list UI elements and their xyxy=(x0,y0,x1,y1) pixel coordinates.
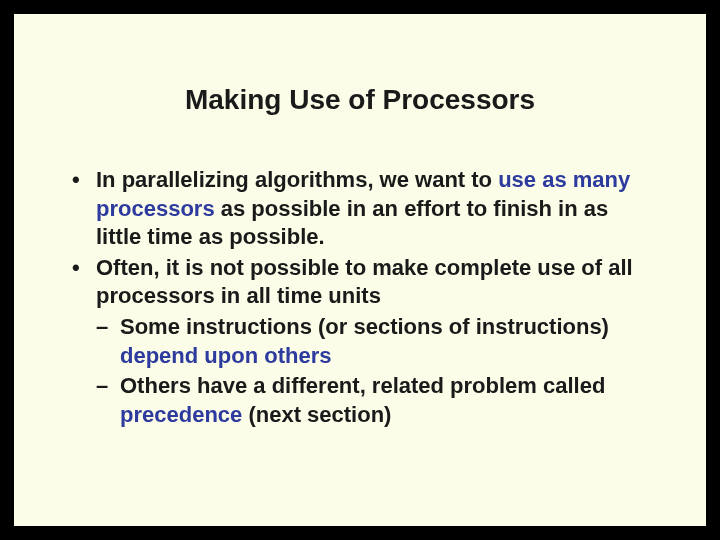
sub-bullet-1: Some instructions (or sections of instru… xyxy=(96,313,656,370)
bullet-list: In parallelizing algorithms, we want to … xyxy=(64,166,656,429)
bullet-item-2: Often, it is not possible to make comple… xyxy=(68,254,656,430)
bullet2-text: Often, it is not possible to make comple… xyxy=(96,255,633,309)
slide: Making Use of Processors In parallelizin… xyxy=(12,12,708,528)
sub-bullet-2: Others have a different, related problem… xyxy=(96,372,656,429)
sub2-text-post: (next section) xyxy=(242,402,391,427)
sub1-highlight: depend upon others xyxy=(120,343,331,368)
sub-bullet-list: Some instructions (or sections of instru… xyxy=(96,313,656,429)
slide-title: Making Use of Processors xyxy=(64,84,656,116)
sub2-highlight: precedence xyxy=(120,402,242,427)
bullet-item-1: In parallelizing algorithms, we want to … xyxy=(68,166,656,252)
sub2-text-pre: Others have a different, related problem… xyxy=(120,373,605,398)
sub1-text-pre: Some instructions (or sections of instru… xyxy=(120,314,609,339)
bullet1-text-pre: In parallelizing algorithms, we want to xyxy=(96,167,498,192)
